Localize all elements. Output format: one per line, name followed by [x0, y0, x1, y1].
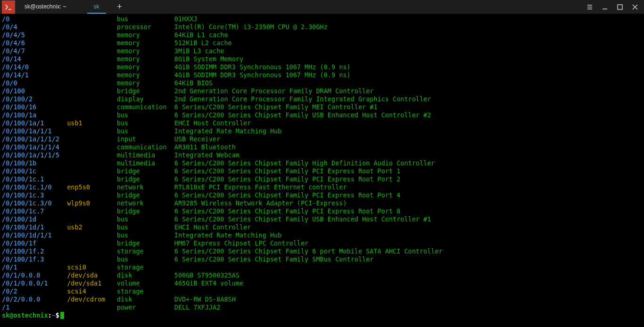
output-line: /0/100/1b multimedia 6 Series/C200 Serie… — [2, 159, 642, 167]
hw-class: communication — [117, 143, 174, 151]
output-line: /0 bus 01HXXJ — [2, 15, 642, 23]
output-line: /1 power DELL 7XFJJA2 — [2, 303, 642, 311]
window-title: sk@ostechnix: ~ — [25, 3, 66, 11]
hw-class: bus — [117, 15, 174, 23]
output-line: /0/14/0 memory 4GiB SODIMM DDR3 Synchron… — [2, 63, 642, 71]
hw-device — [67, 87, 117, 95]
terminal-output[interactable]: /0 bus 01HXXJ/0/4 processor Intel(R) Cor… — [0, 14, 644, 319]
hw-description: 6 Series/C200 Series Chipset Family SMBu… — [174, 255, 374, 263]
hw-device — [67, 63, 117, 71]
hw-class: memory — [117, 47, 174, 55]
hw-path: /0/100/1f.3 — [2, 255, 67, 263]
hw-description: Integrated Rate Matching Hub — [174, 231, 282, 239]
hw-class: bridge — [117, 175, 174, 183]
tab-label: sk — [94, 3, 99, 11]
hw-path: /0/2/0.0.0 — [2, 295, 67, 303]
hw-device — [67, 255, 117, 263]
hw-path: /0/1/0.0.0 — [2, 271, 67, 279]
hw-class: memory — [117, 63, 174, 71]
hw-description: 512KiB L2 cache — [174, 39, 232, 47]
tab-bar: sk + — [81, 0, 127, 14]
hw-description: 8GiB System Memory — [174, 55, 243, 63]
hw-class: bridge — [117, 87, 174, 95]
output-line: /0/100/1c.7 bridge 6 Series/C200 Series … — [2, 207, 642, 215]
hw-class: input — [117, 135, 174, 143]
hw-path: /0/100/1c.3 — [2, 191, 67, 199]
prompt-colon: : — [48, 311, 52, 319]
output-line: /0/100/1a/1/1 bus Integrated Rate Matchi… — [2, 127, 642, 135]
output-line: /0/100/1a/1/1/5 multimedia Integrated We… — [2, 151, 642, 159]
hw-path: /0/100/1f — [2, 239, 67, 247]
plus-icon: + — [117, 3, 122, 11]
hw-device — [67, 135, 117, 143]
output-line: /0/14 memory 8GiB System Memory — [2, 55, 642, 63]
hw-path: /0/4/5 — [2, 31, 67, 39]
hw-path: /0/100/1a/1/1/5 — [2, 151, 67, 159]
hw-path: /0/100/1a/1 — [2, 119, 67, 127]
hw-description: 2nd Generation Core Processor Family Int… — [174, 95, 431, 103]
menu-button[interactable] — [586, 3, 594, 11]
hw-path: /0/100/1a/1/1/2 — [2, 135, 67, 143]
hw-path: /0/4 — [2, 23, 67, 31]
output-line: /0/0 memory 64KiB BIOS — [2, 79, 642, 87]
hw-path: /0/100/1d/1 — [2, 223, 67, 231]
hw-class: memory — [117, 79, 174, 87]
hw-description: 01HXXJ — [174, 15, 198, 23]
window-controls — [586, 3, 644, 11]
new-tab-button[interactable]: + — [113, 0, 127, 14]
hw-description: 6 Series/C200 Series Chipset Family MEI … — [174, 103, 378, 111]
output-line: /0/100/1a bus 6 Series/C200 Series Chips… — [2, 111, 642, 119]
svg-rect-0 — [618, 5, 622, 9]
hw-description: AR3011 Bluetooth — [174, 143, 236, 151]
hw-device: usb2 — [67, 223, 117, 231]
hw-description: 6 Series/C200 Series Chipset Family PCI … — [174, 175, 401, 183]
close-button[interactable] — [631, 3, 639, 11]
hw-device — [67, 175, 117, 183]
hw-path: /0/1/0.0.0/1 — [2, 279, 67, 287]
hw-description: EHCI Host Controller — [174, 119, 251, 127]
hw-class: bridge — [117, 191, 174, 199]
output-line: /0/100/1c.1 bridge 6 Series/C200 Series … — [2, 175, 642, 183]
prompt-user: sk@ostechnix — [2, 311, 48, 319]
hw-description: 6 Series/C200 Series Chipset Family High… — [174, 159, 435, 167]
hw-description: 6 Series/C200 Series Chipset Family PCI … — [174, 167, 401, 175]
hw-device — [67, 303, 117, 311]
hw-path: /0/100/16 — [2, 103, 67, 111]
output-line: /0/1/0.0.0/1 /dev/sda1 volume 465GiB EXT… — [2, 279, 642, 287]
hw-device — [67, 103, 117, 111]
hw-description: USB Receiver — [174, 135, 221, 143]
hw-path: /0/100/1a/1/1 — [2, 127, 67, 135]
hw-description: 465GiB EXT4 volume — [174, 279, 243, 287]
hw-device: /dev/cdrom — [67, 295, 117, 303]
hw-class: bus — [117, 223, 174, 231]
maximize-button[interactable] — [616, 3, 624, 11]
hw-path: /0/100/1c — [2, 167, 67, 175]
hw-device — [67, 167, 117, 175]
hw-device — [67, 31, 117, 39]
hw-device — [67, 247, 117, 255]
hw-path: /0/100/1f.2 — [2, 247, 67, 255]
hw-class: memory — [117, 31, 174, 39]
hw-description: 6 Series/C200 Series Chipset Family USB … — [174, 111, 431, 119]
hw-path: /0/14 — [2, 55, 67, 63]
prompt-line[interactable]: sk@ostechnix:~$ — [2, 311, 642, 319]
output-line: /0/4/7 memory 3MiB L3 cache — [2, 47, 642, 55]
hw-device — [67, 111, 117, 119]
hw-class: bus — [117, 255, 174, 263]
hw-device — [67, 207, 117, 215]
hw-description: 6 Series/C200 Series Chipset Family PCI … — [174, 191, 401, 199]
hw-device: enp5s0 — [67, 183, 117, 191]
hw-description: Integrated Webcam — [174, 151, 239, 159]
output-line: /0/100/1c.1/0 enp5s0 network RTL810xE PC… — [2, 183, 642, 191]
hw-device: scsi4 — [67, 287, 117, 295]
tab-active[interactable]: sk — [81, 0, 113, 14]
hw-class: volume — [117, 279, 174, 287]
hw-device — [67, 15, 117, 23]
hw-description: 6 Series/C200 Series Chipset Family PCI … — [174, 207, 401, 215]
output-line: /0/100/1f bridge HM67 Express Chipset LP… — [2, 239, 642, 247]
hw-class: bus — [117, 119, 174, 127]
hw-path: /0/4/6 — [2, 39, 67, 47]
hw-class: disk — [117, 271, 174, 279]
output-line: /0/100/1d/1/1 bus Integrated Rate Matchi… — [2, 231, 642, 239]
minimize-button[interactable] — [601, 3, 609, 11]
